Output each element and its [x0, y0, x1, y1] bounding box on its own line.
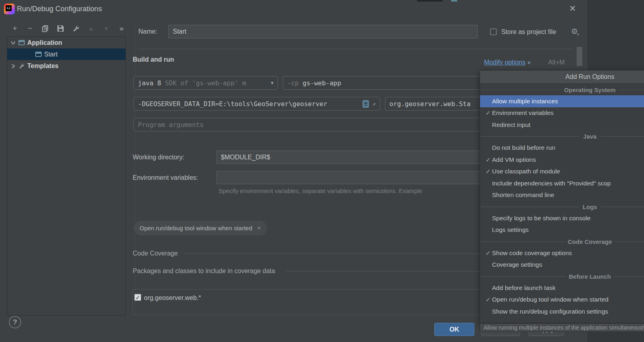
- popup-item-label: Show the run/debug configuration setting…: [491, 308, 608, 315]
- popup-section-before-launch: Before Launch: [480, 271, 644, 282]
- jre-combo-box[interactable]: java 8 SDK of 'gs-web-app' m ▼: [134, 76, 278, 90]
- popup-item-allow-multiple-instances[interactable]: Allow multiple instances: [480, 95, 644, 107]
- popup-item-label: Add VM options: [491, 156, 536, 163]
- add-run-options-popup: Add Run Options Operating SystemAllow mu…: [480, 70, 644, 323]
- popup-item-label: Allow multiple instances: [491, 98, 558, 105]
- popup-item-add-vm-options[interactable]: ✓Add VM options: [480, 154, 644, 166]
- popup-item-label: Specify logs to be shown in console: [491, 215, 591, 222]
- tree-item-label: Templates: [27, 62, 59, 70]
- chevron-down-icon: >: [526, 61, 532, 64]
- popup-item-label: Environment variables: [491, 109, 553, 117]
- popup-item-open-run-debug-tool-window-when-started[interactable]: ✓Open run/debug tool window when started: [480, 294, 644, 306]
- store-as-project-file-label: Store as project file: [501, 28, 556, 36]
- store-as-project-file-checkbox[interactable]: [490, 28, 497, 35]
- tree-item-label: Start: [44, 51, 58, 58]
- popup-item-label: Show code coverage options: [491, 249, 572, 257]
- add-configuration-button[interactable]: +: [10, 24, 20, 33]
- checkmark-icon: ✓: [480, 156, 491, 163]
- section-label: Before Launch: [569, 273, 611, 280]
- background-artifact: [417, 0, 443, 2]
- popup-item-label: Logs settings: [491, 226, 529, 233]
- environment-variables-label: Environment variables:: [133, 174, 198, 181]
- section-label: Java: [583, 133, 596, 140]
- title-bar: IJ Run/Debug Configurations ×: [0, 0, 588, 18]
- popup-item-label: Add before launch task: [491, 284, 556, 292]
- application-icon: [18, 40, 25, 45]
- section-line: [615, 241, 644, 242]
- checkmark-icon: ✓: [480, 249, 491, 257]
- popup-item-label: Open run/debug tool window when started: [491, 296, 608, 303]
- coverage-packages-heading: Packages and classes to include in cover…: [133, 268, 275, 275]
- environment-variables-hint: Specify environment variables, separate …: [219, 187, 422, 194]
- checkmark-icon: ✓: [480, 168, 491, 175]
- wrench-icon: [18, 63, 25, 69]
- store-settings-gear-icon[interactable]: ⚙: [571, 27, 580, 36]
- modify-options-link[interactable]: Modify options>: [484, 59, 531, 66]
- section-line: [481, 276, 566, 277]
- popup-item-include-dependencies-with-provided-scop[interactable]: Include dependencies with "Provided" sco…: [480, 177, 644, 189]
- popup-item-label: Shorten command line: [491, 191, 554, 199]
- popup-item-label: Do not build before run: [491, 144, 555, 151]
- ok-button[interactable]: OK: [434, 323, 474, 336]
- tree-item-start[interactable]: Start: [7, 48, 126, 60]
- background-artifact: [451, 0, 457, 2]
- popup-item-label: Redirect input: [491, 121, 531, 129]
- remove-configuration-button[interactable]: −: [25, 24, 35, 33]
- modify-options-shortcut: Alt+M: [548, 59, 565, 66]
- checkmark-icon: ✓: [480, 296, 491, 303]
- section-line: [481, 136, 580, 137]
- save-configuration-icon[interactable]: [55, 24, 66, 33]
- section-label: Code Coverage: [568, 238, 612, 245]
- code-coverage-heading: Code Coverage: [133, 250, 178, 257]
- vertical-scrollbar[interactable]: [577, 47, 582, 66]
- expand-list-icon[interactable]: ≡: [363, 100, 369, 108]
- chevron-right-icon[interactable]: >: [10, 61, 16, 70]
- popup-status-tooltip: Allow running multiple instances of the …: [480, 323, 644, 332]
- help-button[interactable]: ?: [9, 316, 21, 328]
- more-actions-icon[interactable]: »: [116, 24, 127, 33]
- popup-item-logs-settings[interactable]: Logs settings: [480, 224, 644, 236]
- copy-configuration-icon[interactable]: [40, 24, 51, 33]
- name-input[interactable]: [168, 25, 478, 38]
- application-icon: [35, 52, 42, 57]
- chevron-down-icon[interactable]: >: [9, 40, 18, 46]
- move-down-icon[interactable]: ▼: [101, 24, 111, 33]
- open-tool-window-chip[interactable]: Open run/debug tool window when started …: [134, 221, 267, 235]
- intellij-logo: IJ: [4, 4, 15, 14]
- popup-section-java: Java: [480, 131, 644, 142]
- edit-templates-wrench-icon[interactable]: [71, 24, 81, 33]
- divider: [138, 49, 573, 49]
- popup-item-coverage-settings[interactable]: Coverage settings: [480, 259, 644, 271]
- vm-options-field[interactable]: -DGEOSERVER_DATA_DIR=E:\tools\GeoServer\…: [134, 97, 380, 111]
- popup-item-do-not-build-before-run[interactable]: Do not build before run: [480, 142, 644, 154]
- tree-item-label: Application: [27, 39, 62, 46]
- name-label: Name:: [138, 28, 157, 35]
- toolbar: + − ▲ ▼ »: [10, 23, 132, 34]
- popup-item-environment-variables[interactable]: ✓Environment variables: [480, 107, 644, 119]
- popup-item-redirect-input[interactable]: Redirect input: [480, 119, 644, 131]
- section-line: [481, 207, 579, 207]
- move-up-icon[interactable]: ▲: [86, 24, 96, 33]
- close-icon[interactable]: ×: [569, 2, 576, 14]
- popup-item-label: Include dependencies with "Provided" sco…: [491, 180, 611, 187]
- run-debug-configurations-screen: IJ Run/Debug Configurations × + − ▲ ▼ » …: [0, 0, 644, 342]
- checkmark-icon: ✓: [480, 109, 491, 117]
- popup-item-show-code-coverage-options[interactable]: ✓Show code coverage options: [480, 247, 644, 259]
- popup-item-specify-logs-to-be-shown-in-console[interactable]: Specify logs to be shown in console: [480, 212, 644, 224]
- popup-item-add-before-launch-task[interactable]: Add before launch task: [480, 282, 644, 294]
- section-line: [481, 90, 561, 90]
- popup-item-use-classpath-of-module[interactable]: ✓Use classpath of module: [480, 166, 644, 178]
- section-line: [481, 241, 565, 242]
- build-and-run-heading: Build and run: [133, 56, 174, 63]
- coverage-item-label: org.geoserver.web.*: [144, 294, 201, 302]
- working-directory-label: Working directory:: [133, 154, 184, 161]
- tree-item-templates[interactable]: >Templates: [7, 60, 126, 72]
- expand-field-icon[interactable]: ↗: [372, 100, 376, 107]
- popup-item-show-the-run-debug-configuration-settings[interactable]: Show the run/debug configuration setting…: [480, 306, 644, 318]
- chip-remove-icon[interactable]: ×: [257, 224, 261, 232]
- section-line: [614, 276, 644, 277]
- tree-item-application[interactable]: >Application: [7, 37, 126, 48]
- popup-item-label: Use classpath of module: [491, 168, 560, 175]
- popup-item-shorten-command-line[interactable]: Shorten command line: [480, 189, 644, 201]
- coverage-item-checkbox[interactable]: ✓: [134, 294, 141, 301]
